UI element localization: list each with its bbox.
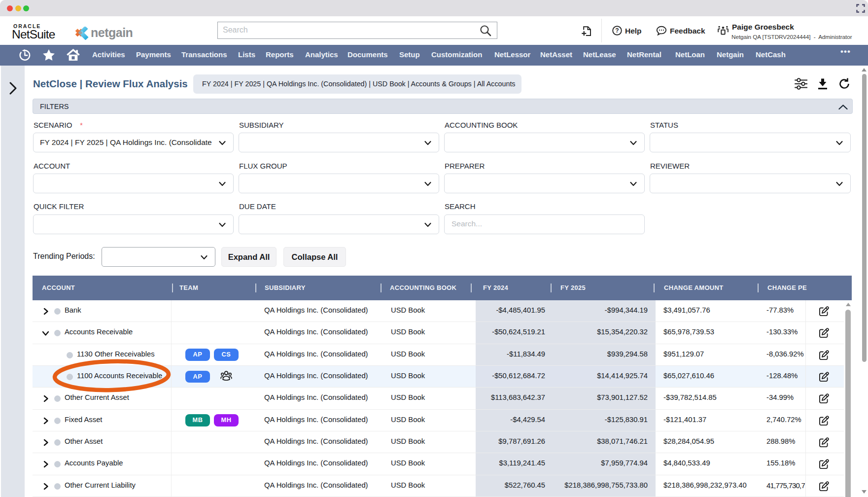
svg-text:?: ? — [615, 27, 619, 34]
